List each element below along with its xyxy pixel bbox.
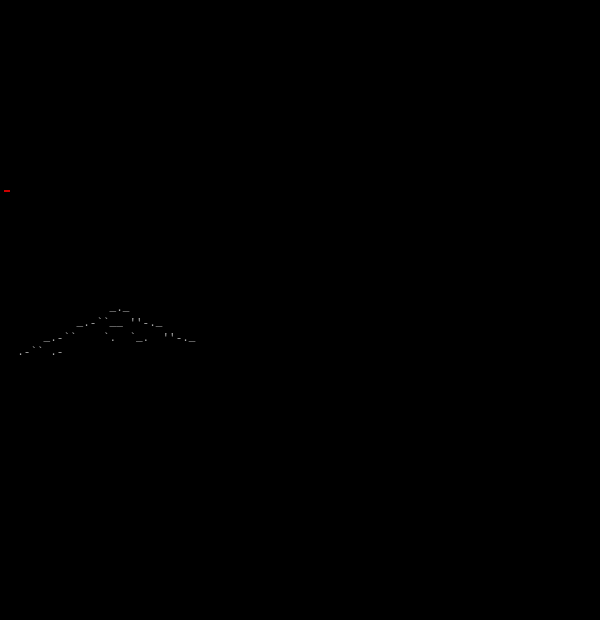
prompt-run <box>4 183 10 195</box>
redis-banner: _._ _.-``__ ''-._ _.-`` `. `_. ''-._ .-`… <box>4 302 268 359</box>
command-highlight <box>4 190 10 192</box>
terminal[interactable]: _._ _.-``__ ''-._ _.-`` `. `_. ''-._ .-`… <box>4 63 596 360</box>
